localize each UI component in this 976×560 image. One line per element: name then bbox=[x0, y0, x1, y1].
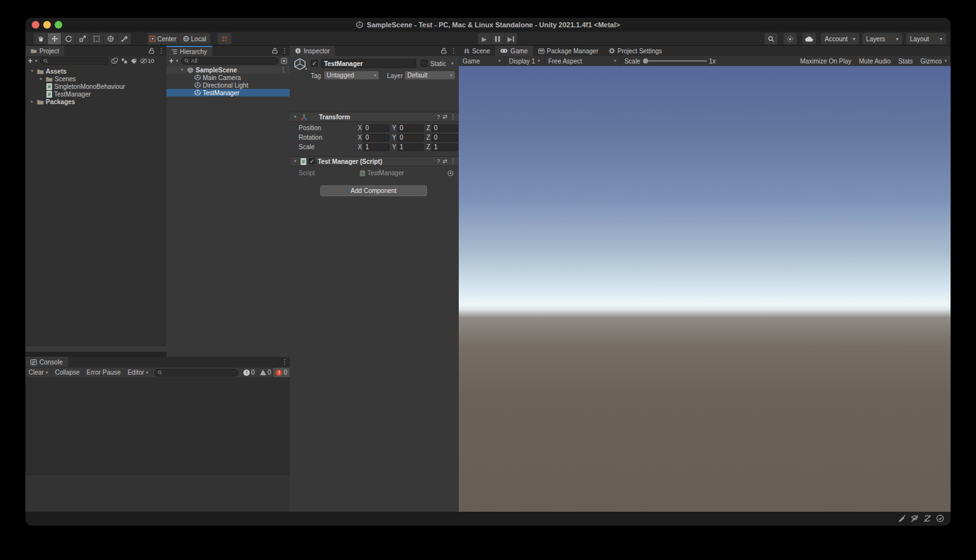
tree-item-testmanager[interactable]: # TestManager bbox=[25, 90, 166, 98]
step-button[interactable]: ▶ bbox=[505, 33, 517, 44]
add-component-button[interactable]: Add Component bbox=[320, 185, 427, 196]
tree-item-packages[interactable]: ▸ Packages bbox=[25, 98, 166, 105]
tab-scene[interactable]: Scene bbox=[459, 46, 495, 56]
foldout-closed-icon[interactable]: ▸ bbox=[29, 99, 35, 104]
editor-search-button[interactable] bbox=[764, 33, 778, 44]
error-pause-toggle[interactable]: Error Pause bbox=[83, 368, 124, 377]
warning-filter-toggle[interactable]: 0 bbox=[257, 368, 274, 377]
rotation-y-field[interactable]: 0 bbox=[397, 134, 424, 142]
console-search-input[interactable] bbox=[165, 370, 235, 376]
create-asset-button[interactable]: + bbox=[28, 57, 32, 65]
custom-tools-button[interactable] bbox=[118, 33, 131, 44]
chevron-down-icon[interactable]: ▾ bbox=[305, 67, 308, 72]
static-dropdown-icon[interactable]: ▾ bbox=[451, 61, 454, 66]
mute-audio-toggle[interactable]: Mute Audio bbox=[855, 56, 895, 66]
project-search-input[interactable] bbox=[50, 58, 105, 64]
project-search[interactable] bbox=[40, 57, 109, 65]
component-enabled-checkbox[interactable]: ✓ bbox=[309, 158, 315, 164]
aspect-dropdown[interactable]: Free Aspect ▾ bbox=[545, 56, 621, 66]
hierarchy-search[interactable] bbox=[181, 57, 278, 65]
transform-tool-button[interactable] bbox=[104, 33, 117, 44]
position-y-field[interactable]: 0 bbox=[397, 124, 424, 132]
maximize-on-play-toggle[interactable]: Maximize On Play bbox=[796, 56, 855, 66]
lock-icon[interactable] bbox=[272, 48, 278, 54]
gameobject-name-field[interactable]: TestManager bbox=[321, 59, 416, 68]
presets-icon[interactable]: ⇄ bbox=[442, 158, 447, 164]
play-button[interactable]: ▶ bbox=[478, 33, 491, 44]
search-in-assets-icon[interactable] bbox=[111, 58, 118, 64]
clear-button[interactable]: Clear ▾ bbox=[25, 368, 51, 377]
tab-package-manager[interactable]: Package Manager bbox=[533, 46, 604, 56]
tab-game[interactable]: Game bbox=[495, 46, 532, 56]
hierarchy-item-directional-light[interactable]: Directional Light bbox=[166, 81, 290, 89]
foldout-open-icon[interactable]: ▾ bbox=[292, 159, 298, 164]
component-menu-icon[interactable]: ⋮ bbox=[450, 114, 456, 120]
pivot-toggle-button[interactable]: Center bbox=[147, 33, 178, 44]
foldout-open-icon[interactable]: ▾ bbox=[179, 67, 185, 72]
hand-tool-button[interactable] bbox=[34, 33, 47, 44]
layer-dropdown[interactable]: Default ▾ bbox=[405, 71, 455, 79]
stats-toggle[interactable]: Stats bbox=[895, 56, 917, 66]
console-search[interactable] bbox=[154, 369, 238, 377]
display-target-dropdown[interactable]: Game ▾ bbox=[459, 56, 505, 66]
scale-slider[interactable] bbox=[643, 60, 707, 62]
rotation-x-field[interactable]: 0 bbox=[363, 134, 390, 142]
orientation-toggle-button[interactable]: Local bbox=[179, 33, 210, 44]
vcs-sync-disabled-icon[interactable] bbox=[923, 514, 932, 523]
chevron-down-icon[interactable]: ▾ bbox=[176, 58, 179, 63]
scene-picking-icon[interactable] bbox=[281, 58, 287, 64]
hierarchy-item-testmanager[interactable]: TestManager bbox=[166, 89, 290, 97]
info-filter-toggle[interactable]: ! 0 bbox=[241, 368, 257, 377]
transform-component-header[interactable]: ▾ Transform ? ⇄ ⋮ bbox=[290, 112, 459, 122]
cloud-services-button[interactable] bbox=[803, 33, 816, 44]
tree-item-singletonmonobehaviour[interactable]: # SingletonMonoBehaviour bbox=[25, 83, 166, 90]
static-checkbox[interactable] bbox=[421, 60, 428, 67]
tree-item-scenes[interactable]: ▸ Scenes bbox=[25, 75, 166, 83]
foldout-closed-icon[interactable]: ▸ bbox=[38, 76, 44, 81]
vcs-status-check-icon[interactable] bbox=[936, 514, 944, 523]
pause-button[interactable] bbox=[491, 33, 504, 44]
hierarchy-search-input[interactable] bbox=[191, 58, 275, 64]
rotate-tool-button[interactable] bbox=[62, 33, 75, 44]
tab-hierarchy[interactable]: Hierarchy bbox=[166, 46, 212, 56]
vcs-stack-disabled-icon[interactable] bbox=[911, 514, 919, 523]
search-by-label-icon[interactable] bbox=[130, 58, 137, 64]
scale-z-field[interactable]: 1 bbox=[431, 143, 458, 151]
error-filter-toggle[interactable]: ! 0 bbox=[273, 368, 290, 377]
panel-menu-icon[interactable]: ⋮ bbox=[451, 48, 457, 54]
hidden-packages-toggle[interactable]: 10 bbox=[140, 58, 154, 64]
foldout-open-icon[interactable]: ▾ bbox=[29, 69, 35, 74]
collapse-toggle[interactable]: Collapse bbox=[51, 368, 83, 377]
gizmos-dropdown[interactable]: Gizmos ▾ bbox=[917, 56, 951, 66]
chevron-down-icon[interactable]: ▾ bbox=[35, 58, 37, 63]
game-render-view[interactable] bbox=[459, 66, 951, 512]
help-icon[interactable]: ? bbox=[437, 158, 440, 164]
script-value[interactable]: TestManager bbox=[367, 170, 404, 177]
tab-inspector[interactable]: Inspector bbox=[290, 46, 335, 56]
scene-header-row[interactable]: ▾ SampleScene ⋮ bbox=[166, 66, 290, 74]
editor-dropdown[interactable]: Editor ▾ bbox=[125, 368, 152, 377]
help-icon[interactable]: ? bbox=[437, 114, 440, 120]
grid-snap-button[interactable] bbox=[217, 33, 231, 44]
scale-x-field[interactable]: 1 bbox=[363, 143, 390, 151]
display-dropdown[interactable]: Display 1 ▾ bbox=[505, 56, 545, 66]
account-dropdown[interactable]: Account ▾ bbox=[821, 33, 859, 44]
background-activity-button[interactable] bbox=[783, 33, 797, 44]
scene-menu-icon[interactable]: ⋮ bbox=[280, 67, 287, 73]
layers-dropdown[interactable]: Layers ▾ bbox=[862, 33, 902, 44]
lock-icon[interactable] bbox=[149, 48, 154, 54]
lock-icon[interactable] bbox=[441, 48, 447, 54]
scale-y-field[interactable]: 1 bbox=[397, 143, 424, 151]
object-picker-icon[interactable] bbox=[447, 170, 454, 177]
active-checkbox[interactable]: ✓ bbox=[311, 60, 318, 67]
hierarchy-item-main-camera[interactable]: Main Camera bbox=[166, 74, 290, 81]
foldout-open-icon[interactable]: ▾ bbox=[292, 114, 298, 119]
position-z-field[interactable]: 0 bbox=[431, 124, 458, 132]
rect-tool-button[interactable] bbox=[90, 33, 103, 44]
tag-dropdown[interactable]: Untagged ▾ bbox=[324, 71, 379, 79]
console-log-list[interactable] bbox=[25, 377, 290, 474]
create-object-button[interactable]: + bbox=[169, 57, 173, 65]
presets-icon[interactable]: ⇄ bbox=[442, 114, 447, 120]
panel-menu-icon[interactable]: ⋮ bbox=[158, 48, 165, 54]
panel-menu-icon[interactable]: ⋮ bbox=[281, 359, 288, 365]
